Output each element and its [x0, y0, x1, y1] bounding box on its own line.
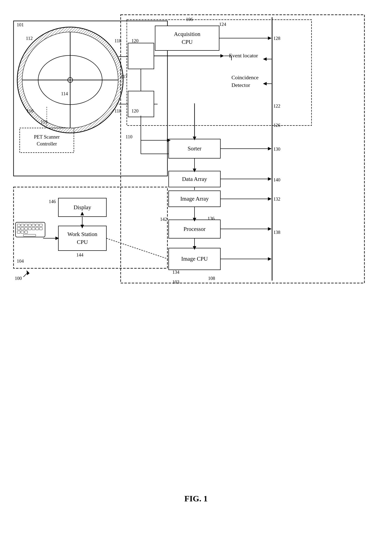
svg-marker-58: [263, 57, 267, 61]
ref-122: 122: [273, 103, 280, 109]
ref-142: 142: [160, 217, 167, 222]
ref-116: 116: [27, 108, 33, 114]
ref-118b: 118: [114, 108, 121, 114]
ref-132: 132: [273, 196, 280, 202]
ref-118a: 118: [114, 38, 121, 44]
ref-104: 104: [17, 258, 24, 264]
svg-point-15: [17, 27, 123, 133]
ref-101: 101: [17, 22, 24, 28]
svg-rect-3: [127, 20, 311, 126]
image-cpu-label: Image CPU: [169, 248, 220, 270]
svg-point-16: [22, 32, 118, 128]
sorter-label: Sorter: [169, 139, 220, 158]
ref-128: 128: [273, 36, 280, 41]
svg-marker-52: [268, 197, 272, 201]
ref-106: 106: [186, 17, 193, 22]
svg-marker-54: [268, 227, 272, 231]
svg-marker-76: [27, 270, 30, 275]
ref-100: 100: [15, 276, 22, 281]
svg-rect-13: [128, 43, 154, 69]
svg-point-21: [38, 55, 102, 105]
image-array-label: Image Array: [169, 191, 220, 207]
svg-line-63: [106, 238, 168, 259]
svg-point-18: [17, 27, 123, 133]
ref-114: 114: [61, 91, 68, 96]
display-label: Display: [58, 198, 106, 217]
ref-144: 144: [76, 252, 83, 258]
ref-126: 126: [273, 123, 280, 128]
ref-124: 124: [219, 22, 226, 27]
data-array-label: Data Array: [169, 171, 220, 187]
svg-point-20: [17, 27, 123, 133]
acq-cpu-label: AcquisitionCPU: [155, 26, 219, 50]
ref-134: 134: [172, 270, 180, 275]
svg-marker-48: [268, 147, 272, 150]
pet-controller-label: PET ScannerController: [20, 128, 74, 153]
ref-119: 119: [41, 119, 48, 125]
processor-label: Processor: [169, 220, 220, 238]
event-locator-label: Event locator: [229, 52, 258, 59]
ref-140: 140: [273, 177, 280, 183]
svg-marker-60: [263, 82, 267, 85]
keyboard-icon: [14, 221, 46, 239]
ref-108: 108: [208, 276, 215, 281]
svg-marker-46: [268, 36, 272, 40]
ref-117: 117: [121, 74, 128, 79]
ref-130: 130: [273, 146, 280, 152]
svg-rect-0: [14, 21, 167, 176]
ref-146: 146: [49, 199, 56, 204]
ref-138: 138: [273, 230, 280, 235]
svg-marker-27: [220, 54, 224, 58]
ref-112: 112: [26, 36, 33, 41]
ref-103: 103: [172, 279, 180, 285]
ref-120b: 120: [131, 108, 139, 114]
ref-110: 110: [126, 134, 132, 140]
fig-caption: FIG. 1: [184, 494, 208, 503]
svg-rect-77: [16, 222, 45, 237]
svg-point-19: [22, 32, 118, 128]
svg-line-75: [23, 272, 28, 277]
svg-point-24: [68, 78, 73, 82]
diagram-container: AcquisitionCPU Event locator Coincidence…: [0, 0, 392, 517]
svg-marker-50: [268, 177, 272, 181]
workstation-cpu-label: Work StationCPU: [58, 226, 106, 251]
svg-marker-56: [268, 257, 272, 261]
coincidence-detector-label: CoincidenceDetector: [231, 74, 259, 89]
ref-120a: 120: [131, 38, 139, 44]
